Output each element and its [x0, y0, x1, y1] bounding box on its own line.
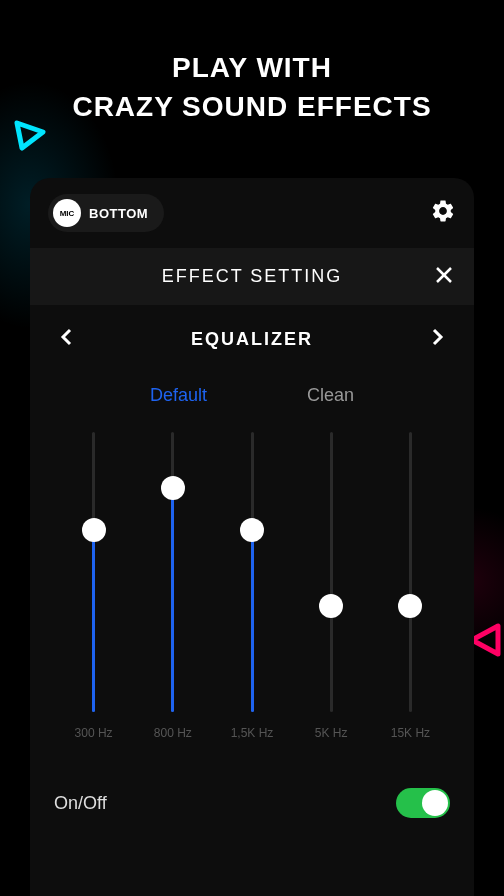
slider-1-5khz: 1,5K Hz: [212, 432, 291, 762]
top-bar: MIC BOTTOM: [30, 178, 474, 248]
preset-tabs: Default Clean: [30, 373, 474, 432]
promo-headline: PLAY WITH CRAZY SOUND EFFECTS: [0, 0, 504, 156]
slider-track[interactable]: [251, 432, 254, 712]
preset-clean[interactable]: Clean: [287, 385, 374, 406]
mic-selector[interactable]: MIC BOTTOM: [48, 194, 164, 232]
close-icon[interactable]: [434, 265, 454, 289]
slider-thumb[interactable]: [398, 594, 422, 618]
slider-label: 1,5K Hz: [231, 726, 274, 740]
slider-label: 800 Hz: [154, 726, 192, 740]
slider-15khz: 15K Hz: [371, 432, 450, 762]
slider-300hz: 300 Hz: [54, 432, 133, 762]
preset-default[interactable]: Default: [130, 385, 227, 406]
slider-thumb[interactable]: [319, 594, 343, 618]
slider-thumb[interactable]: [240, 518, 264, 542]
mic-label: BOTTOM: [89, 206, 148, 221]
gear-icon[interactable]: [430, 198, 456, 228]
svg-marker-0: [17, 123, 43, 148]
slider-thumb[interactable]: [82, 518, 106, 542]
equalizer-nav: EQUALIZER: [30, 305, 474, 373]
slider-track[interactable]: [171, 432, 174, 712]
slider-track[interactable]: [409, 432, 412, 712]
onoff-row: On/Off: [30, 762, 474, 818]
svg-marker-1: [472, 626, 498, 654]
effect-title: EFFECT SETTING: [162, 266, 343, 287]
slider-thumb[interactable]: [161, 476, 185, 500]
equalizer-sliders: 300 Hz 800 Hz 1,5K Hz 5K Hz: [30, 432, 474, 762]
slider-track[interactable]: [330, 432, 333, 712]
slider-5khz: 5K Hz: [292, 432, 371, 762]
slider-label: 15K Hz: [391, 726, 430, 740]
slider-track[interactable]: [92, 432, 95, 712]
effect-header: EFFECT SETTING: [30, 248, 474, 305]
mic-icon: MIC: [53, 199, 81, 227]
triangle-decoration-cyan: [12, 118, 48, 158]
onoff-toggle[interactable]: [396, 788, 450, 818]
slider-label: 300 Hz: [75, 726, 113, 740]
chevron-left-icon[interactable]: [58, 327, 74, 351]
equalizer-title: EQUALIZER: [191, 329, 313, 350]
slider-label: 5K Hz: [315, 726, 348, 740]
slider-800hz: 800 Hz: [133, 432, 212, 762]
app-panel: MIC BOTTOM EFFECT SETTING EQUALIZER: [30, 178, 474, 896]
onoff-label: On/Off: [54, 793, 107, 814]
chevron-right-icon[interactable]: [430, 327, 446, 351]
